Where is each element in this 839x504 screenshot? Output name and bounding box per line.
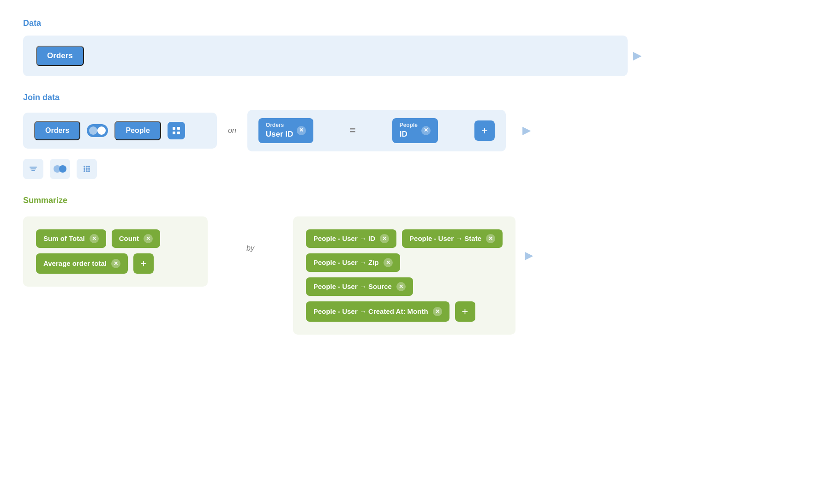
grid-dots-icon [82, 164, 91, 174]
svg-point-15 [84, 170, 85, 172]
on-label: on [228, 126, 236, 135]
svg-rect-2 [173, 132, 175, 134]
join-tag-orders-close[interactable]: ✕ [297, 126, 306, 135]
join-add-button[interactable]: + [474, 120, 495, 141]
svg-point-14 [88, 168, 90, 170]
avg-order-total-close[interactable]: ✕ [111, 259, 120, 268]
by-label: by [246, 216, 254, 252]
join-section: Join data Orders People on Orders [23, 93, 816, 179]
summarize-left-tags-row1: Sum of Total ✕ Count ✕ [36, 229, 195, 248]
tag-avg-order-total[interactable]: Average order total ✕ [36, 253, 128, 274]
eq-sign: = [350, 125, 356, 137]
summarize-right-add-button[interactable]: + [455, 301, 475, 322]
svg-point-13 [86, 168, 88, 170]
svg-point-16 [86, 170, 88, 172]
join-tag-people-top: People ID [400, 122, 418, 139]
people-user-source-close[interactable]: ✕ [396, 282, 406, 291]
join-toggle-btn[interactable] [50, 159, 70, 179]
people-user-created-at-close[interactable]: ✕ [433, 307, 442, 316]
by-label-container: by [235, 216, 265, 252]
tag-people-user-source[interactable]: People - User → Source ✕ [306, 277, 413, 296]
tag-people-user-zip[interactable]: People - User → Zip ✕ [306, 253, 400, 272]
tag-sum-of-total[interactable]: Sum of Total ✕ [36, 229, 106, 248]
join-section-label: Join data [23, 93, 816, 102]
grid-dots-btn[interactable] [77, 159, 97, 179]
summarize-section-label: Summarize [23, 196, 816, 205]
summarize-left-add-button[interactable]: + [133, 253, 154, 274]
data-section: Data Orders ▶ [23, 18, 816, 76]
summarize-right-box: People - User → ID ✕ People - User → Sta… [293, 216, 515, 335]
tag-count[interactable]: Count ✕ [112, 229, 160, 248]
summarize-right-row2: People - User → Zip ✕ [306, 253, 503, 272]
sum-of-total-close[interactable]: ✕ [90, 234, 99, 243]
join-tag-orders-userid[interactable]: Orders User ID ✕ [258, 118, 314, 143]
grid-icon [172, 126, 181, 135]
summarize-right-row1: People - User → ID ✕ People - User → Sta… [306, 229, 503, 248]
tag-people-user-created-at[interactable]: People - User → Created At: Month ✕ [306, 301, 449, 322]
data-arrow: ▶ [633, 50, 641, 62]
svg-point-17 [88, 170, 90, 172]
people-user-id-close[interactable]: ✕ [380, 234, 389, 243]
svg-rect-0 [173, 127, 175, 130]
orders-tag[interactable]: Orders [36, 46, 84, 66]
summarize-left-box: Sum of Total ✕ Count ✕ Average order tot… [23, 216, 208, 287]
join-arrow: ▶ [522, 125, 530, 137]
toggle-icon [54, 164, 66, 174]
filter-icon [29, 164, 38, 174]
tag-people-user-state[interactable]: People - User → State ✕ [402, 229, 503, 248]
svg-point-8 [54, 165, 61, 173]
count-close[interactable]: ✕ [144, 234, 153, 243]
svg-rect-3 [177, 132, 180, 134]
join-icons-row [23, 159, 816, 179]
join-tag-people-close[interactable]: ✕ [421, 126, 431, 135]
join-orders-tag[interactable]: Orders [34, 121, 80, 140]
svg-rect-1 [177, 127, 180, 130]
people-user-state-close[interactable]: ✕ [486, 234, 495, 243]
join-tag-people-id[interactable]: People ID ✕ [392, 118, 438, 143]
join-grid-icon-btn[interactable] [168, 122, 185, 139]
data-section-label: Data [23, 18, 816, 28]
svg-point-12 [84, 168, 85, 170]
join-tag-orders-top: Orders User ID [266, 122, 294, 139]
summarize-right-tags-col: People - User → ID ✕ People - User → Sta… [306, 229, 503, 322]
svg-point-10 [86, 166, 88, 168]
people-user-zip-close[interactable]: ✕ [384, 258, 393, 267]
tag-people-user-id[interactable]: People - User → ID ✕ [306, 229, 396, 248]
svg-point-9 [84, 166, 85, 168]
summarize-arrow: ▶ [525, 250, 533, 262]
data-box: Orders [23, 36, 628, 76]
join-toggle-icon[interactable] [87, 124, 108, 137]
summarize-right-row4: People - User → Created At: Month ✕ + [306, 301, 503, 322]
join-right-box: Orders User ID ✕ = People ID ✕ + [247, 110, 506, 151]
summarize-left-tags-row2: Average order total ✕ + [36, 253, 195, 274]
join-left-box: Orders People [23, 113, 217, 149]
join-people-tag[interactable]: People [114, 121, 161, 140]
summarize-arrow-container: ▶ [515, 213, 533, 262]
summarize-row: Sum of Total ✕ Count ✕ Average order tot… [23, 216, 515, 335]
summarize-right-row3: People - User → Source ✕ [306, 277, 503, 296]
svg-point-11 [88, 166, 90, 168]
join-row: Orders People on Orders User ID ✕ [23, 110, 816, 151]
filter-icon-btn[interactable] [23, 159, 43, 179]
summarize-section: Summarize Sum of Total ✕ Count ✕ Av [23, 196, 816, 335]
